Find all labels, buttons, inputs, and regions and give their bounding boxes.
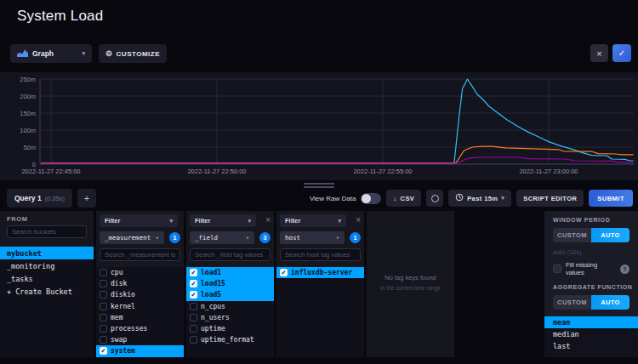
time-range-dropdown[interactable]: Past 15m ▾ [448,190,511,207]
x-axis-tick: 2022-11-27 23:00:00 [519,168,578,175]
tag-value-row[interactable]: ✓system [96,345,184,356]
query-builder: FROM mybucket_monitoring_tasks+ Create B… [0,211,638,357]
x-axis-tick: 2022-11-27 22:50:00 [187,168,246,175]
tag-value-list: cpudiskdiskiokernelmemprocessesswap✓syst… [96,267,184,357]
function-row[interactable]: median [544,328,638,340]
pane-resize-handle[interactable] [304,183,334,188]
tag-value-row[interactable]: disk [96,278,184,289]
tag-value-label: mem [111,314,122,321]
csv-label: CSV [401,195,415,202]
tag-value-row[interactable]: ✓load15 [186,278,274,289]
tag-value-label: uptime [201,325,225,333]
tag-value-row[interactable]: uptime [186,323,274,334]
submit-button[interactable]: SUBMIT [589,190,633,207]
bucket-row[interactable]: _monitoring [0,259,94,272]
chevron-down-icon: ▾ [246,235,249,242]
filter-type-dropdown[interactable]: Filter▾ [190,214,256,227]
remove-filter-icon[interactable]: × [265,216,271,225]
tag-value-search-input[interactable] [100,248,180,261]
from-panel: FROM mybucket_monitoring_tasks+ Create B… [0,211,94,357]
filter-panel: Filter▾×host▾1✓influxdb-server [276,211,364,357]
tag-value-list: ✓influxdb-server [276,267,364,357]
checkbox[interactable] [100,291,107,299]
bucket-row[interactable]: _tasks [0,272,94,285]
function-row[interactable]: mean [544,316,638,328]
view-raw-data-toggle[interactable] [361,193,381,204]
customize-button[interactable]: ⚙ CUSTOMIZE [99,44,167,63]
bucket-row[interactable]: mybucket [0,247,94,259]
aggregate-custom-button[interactable]: CUSTOM [553,295,591,310]
aggregate-auto-button[interactable]: AUTO [591,295,629,310]
bucket-search-input[interactable] [7,225,87,238]
tag-value-row[interactable]: processes [96,323,184,334]
tag-value-row[interactable]: ✓influxdb-server [276,267,364,278]
checkbox[interactable] [100,280,107,287]
tag-key-label: _field [195,234,218,242]
checkbox[interactable] [100,336,107,344]
tag-key-dropdown[interactable]: _measurement▾ [100,231,164,244]
checkbox[interactable] [190,336,197,344]
tag-value-label: n_users [201,314,230,321]
tag-value-row[interactable]: kernel [96,301,184,312]
tag-value-row[interactable]: ✓load1 [186,267,274,278]
fill-missing-checkbox[interactable] [553,264,561,273]
tag-value-row[interactable]: swap [96,334,184,345]
tag-key-label: _measurement [105,234,151,242]
checkbox[interactable] [190,303,197,310]
csv-download-button[interactable]: ↓ CSV [386,190,421,207]
checkbox[interactable] [190,314,197,321]
help-icon[interactable]: ? [620,264,629,274]
checkbox[interactable] [190,325,197,333]
cancel-cell-button[interactable]: × [590,44,608,62]
filter-type-dropdown[interactable]: Filter▾ [280,214,346,227]
plus-icon: + [84,193,89,203]
remove-filter-icon[interactable]: × [356,216,361,225]
page-title: System Load [17,8,103,25]
tag-value-list: ✓load1✓load15✓load5n_cpusn_usersuptimeup… [186,267,274,357]
window-custom-button[interactable]: CUSTOM [553,228,591,242]
tag-value-row[interactable]: n_users [186,312,274,323]
tag-value-row[interactable]: n_cpus [186,301,274,312]
auto-refresh-button[interactable] [426,190,443,207]
empty-filter-panel: No tag keys found in the current time ra… [367,211,454,357]
tag-value-row[interactable]: uptime_format [186,334,274,345]
checkbox[interactable] [100,269,107,276]
checkbox[interactable]: ✓ [190,269,197,276]
tag-key-label: host [285,234,300,242]
view-raw-data-label: View Raw Data [310,195,356,202]
tag-key-dropdown[interactable]: host▾ [280,231,345,244]
clock-icon [455,193,464,203]
checkbox[interactable]: ✓ [280,269,288,276]
tag-value-search-input[interactable] [280,248,361,261]
aggregate-toggle: CUSTOM AUTO [553,295,629,310]
graph-type-label: Graph [32,49,54,58]
tag-value-row[interactable]: mem [96,312,184,323]
window-auto-button[interactable]: AUTO [591,228,629,242]
aggregate-function-list: meanmedianlast [544,316,638,357]
window-period-toggle: CUSTOM AUTO [553,228,629,242]
checkbox[interactable] [100,325,107,333]
chevron-down-icon: ▾ [338,218,341,225]
checkbox[interactable]: ✓ [190,280,197,287]
query-tab[interactable]: Query 1 (0.05s) [7,189,72,208]
tag-value-row[interactable]: ✓load5 [186,289,274,300]
script-editor-button[interactable]: SCRIPT EDITOR [516,190,584,207]
tag-key-dropdown[interactable]: _field▾ [190,231,254,244]
checkbox[interactable]: ✓ [100,347,107,355]
tag-value-row[interactable]: diskio [96,289,184,300]
add-query-button[interactable]: + [77,189,96,208]
checkbox[interactable] [100,303,107,310]
window-period-hint: auto (10s) [553,248,582,256]
confirm-cell-button[interactable]: ✓ [612,44,631,62]
filter-type-dropdown[interactable]: Filter▾ [100,214,178,227]
y-axis-tick: 250m [20,76,36,83]
graph-type-dropdown[interactable]: Graph ▾ [10,44,92,63]
tag-value-row[interactable]: cpu [96,267,184,278]
checkbox[interactable]: ✓ [190,291,197,299]
checkbox[interactable] [100,314,107,321]
options-sidebar: WINDOW PERIOD CUSTOM AUTO auto (10s) Fil… [544,211,638,357]
function-row[interactable]: last [544,340,638,352]
download-icon: ↓ [393,195,396,202]
bucket-row[interactable]: + Create Bucket [0,285,94,298]
tag-value-search-input[interactable] [190,248,271,261]
